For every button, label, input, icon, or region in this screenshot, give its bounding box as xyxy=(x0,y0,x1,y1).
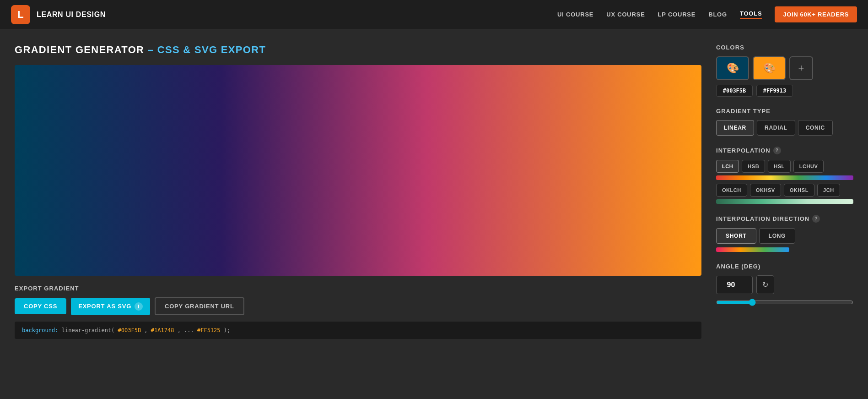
dir-short-button[interactable]: SHORT xyxy=(716,228,756,244)
interp-lchuv-button[interactable]: LCHUV xyxy=(793,160,824,173)
reset-icon: ↻ xyxy=(762,281,768,289)
gradient-preview xyxy=(15,65,701,276)
interpolation-row-1: LCH HSB HSL LCHUV xyxy=(716,160,853,180)
logo-icon[interactable]: L xyxy=(11,5,30,24)
gradient-type-section: GRADIENT TYPE LINEAR RADIAL CONIC xyxy=(716,108,853,136)
page-title-sub: – CSS & SVG EXPORT xyxy=(148,44,266,55)
interp-okhsl-button[interactable]: OKHSL xyxy=(784,184,814,197)
dir-long-button[interactable]: LONG xyxy=(759,228,796,244)
interp-jch-button[interactable]: JCH xyxy=(817,184,840,197)
interp-dir-label: INTERPOLATION DIRECTION ? xyxy=(716,215,853,223)
interp-okhsv-button[interactable]: OKHSV xyxy=(750,184,781,197)
angle-section: ANGLE (DEG) ↻ xyxy=(716,263,853,308)
angle-slider[interactable] xyxy=(716,299,853,306)
type-radial-button[interactable]: RADIAL xyxy=(757,120,795,136)
colors-section: COLORS 🎨 🎨 + #003F5B #FF9913 xyxy=(716,44,853,97)
navbar: L LEARN UI DESIGN UI COURSE UX COURSE LP… xyxy=(0,0,868,29)
interp-buttons-row2: OKLCH OKHSV OKHSL JCH xyxy=(716,184,853,197)
interp-dir-help-icon[interactable]: ? xyxy=(812,215,820,223)
page-title: GRADIENT GENERATOR – CSS & SVG EXPORT xyxy=(15,44,701,56)
angle-control: ↻ xyxy=(716,275,853,294)
interp-bar-row1 xyxy=(716,175,853,180)
color-code-2[interactable]: #FF9913 xyxy=(756,85,793,97)
angle-reset-button[interactable]: ↻ xyxy=(756,275,774,294)
interp-bar-row2 xyxy=(716,199,853,204)
brand-name: LEARN UI DESIGN xyxy=(37,11,106,19)
color-swatches: 🎨 🎨 + xyxy=(716,56,853,80)
nav-links: UI COURSE UX COURSE LP COURSE BLOG TOOLS… xyxy=(557,6,857,22)
angle-input[interactable] xyxy=(716,276,753,294)
right-panel: COLORS 🎨 🎨 + #003F5B #FF9913 GRADIENT TY… xyxy=(716,44,853,339)
copy-css-button[interactable]: COPY CSS xyxy=(15,298,66,314)
add-color-button[interactable]: + xyxy=(789,56,813,80)
palette-icon-1: 🎨 xyxy=(727,62,739,74)
colors-label: COLORS xyxy=(716,44,853,51)
join-cta-button[interactable]: JOIN 60K+ READERS xyxy=(775,6,857,22)
main-container: GRADIENT GENERATOR – CSS & SVG EXPORT EX… xyxy=(0,29,868,339)
interp-buttons-row1: LCH HSB HSL LCHUV xyxy=(716,160,853,173)
export-section: EXPORT GRADIENT COPY CSS EXPORT AS SVG i… xyxy=(15,285,701,339)
color-swatch-2[interactable]: 🎨 xyxy=(753,56,786,80)
angle-label: ANGLE (DEG) xyxy=(716,263,853,270)
interp-oklch-button[interactable]: OKLCH xyxy=(716,184,747,197)
export-buttons: COPY CSS EXPORT AS SVG i COPY GRADIENT U… xyxy=(15,297,701,315)
interp-lch-button[interactable]: LCH xyxy=(716,160,739,173)
palette-icon-2: 🎨 xyxy=(763,62,776,74)
type-conic-button[interactable]: CONIC xyxy=(798,120,833,136)
nav-blog[interactable]: BLOG xyxy=(708,11,727,18)
color-codes: #003F5B #FF9913 xyxy=(716,85,853,97)
left-panel: GRADIENT GENERATOR – CSS & SVG EXPORT EX… xyxy=(15,44,701,339)
color-code-1[interactable]: #003F5B xyxy=(716,85,753,97)
nav-tools[interactable]: TOOLS xyxy=(740,10,762,19)
interp-hsb-button[interactable]: HSB xyxy=(742,160,765,173)
angle-slider-container xyxy=(716,299,853,308)
gradient-type-buttons: LINEAR RADIAL CONIC xyxy=(716,120,853,136)
interp-hsl-button[interactable]: HSL xyxy=(768,160,791,173)
direction-buttons: SHORT LONG xyxy=(716,228,853,244)
interpolation-direction-section: INTERPOLATION DIRECTION ? SHORT LONG xyxy=(716,215,853,252)
copy-url-button[interactable]: COPY GRADIENT URL xyxy=(155,297,244,315)
info-icon: i xyxy=(135,302,143,311)
nav-ui-course[interactable]: UI COURSE xyxy=(557,11,593,18)
nav-ux-course[interactable]: UX COURSE xyxy=(606,11,645,18)
interpolation-label: INTERPOLATION ? xyxy=(716,147,853,154)
interpolation-help-icon[interactable]: ? xyxy=(773,147,781,154)
export-svg-button[interactable]: EXPORT AS SVG i xyxy=(71,298,150,315)
nav-lp-course[interactable]: LP COURSE xyxy=(658,11,696,18)
export-label: EXPORT GRADIENT xyxy=(15,285,701,292)
interpolation-row-2: OKLCH OKHSV OKHSL JCH xyxy=(716,184,853,204)
gradient-type-label: GRADIENT TYPE xyxy=(716,108,853,115)
type-linear-button[interactable]: LINEAR xyxy=(716,120,754,136)
color-swatch-1[interactable]: 🎨 xyxy=(716,56,749,80)
direction-gradient-bar xyxy=(716,247,789,252)
code-preview: background: linear-gradient( #003F5B , #… xyxy=(15,322,701,339)
interpolation-section: INTERPOLATION ? LCH HSB HSL LCHUV OKLCH … xyxy=(716,147,853,204)
